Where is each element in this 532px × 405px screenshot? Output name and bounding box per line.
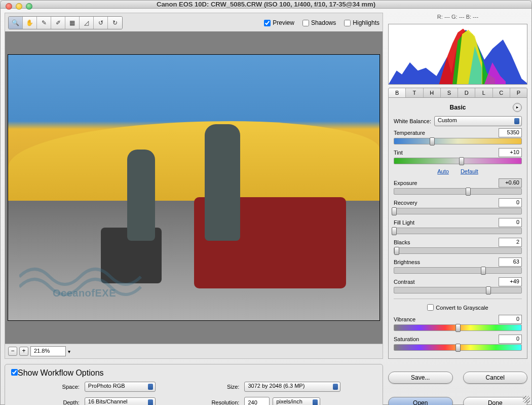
- white-balance-label: White Balance:: [394, 118, 431, 124]
- temperature-value[interactable]: 5350: [499, 128, 522, 137]
- open-button[interactable]: Open: [388, 397, 453, 405]
- filllight-label: Fill Light: [394, 219, 414, 226]
- blacks-slider[interactable]: [394, 247, 522, 254]
- contrast-label: Contrast: [394, 279, 415, 285]
- zoom-window-button[interactable]: [26, 3, 32, 10]
- zoom-in-button[interactable]: +: [19, 347, 28, 356]
- tab-presets[interactable]: P: [510, 88, 527, 97]
- hand-tool[interactable]: ✋: [23, 17, 37, 29]
- auto-link[interactable]: Auto: [437, 168, 449, 174]
- crop-tool[interactable]: ▦: [65, 17, 80, 29]
- zoom-level-field[interactable]: 21.8%: [30, 346, 66, 356]
- contrast-slider[interactable]: [394, 287, 522, 293]
- temperature-slider[interactable]: [394, 138, 522, 144]
- vibrance-value[interactable]: 0: [499, 315, 522, 324]
- done-button[interactable]: Done: [463, 397, 528, 405]
- tab-hsl[interactable]: H: [424, 88, 441, 97]
- panel-menu-button[interactable]: ▸: [513, 103, 522, 112]
- resolution-unit-select[interactable]: pixels/inch: [273, 397, 320, 405]
- tint-value[interactable]: +10: [499, 148, 522, 157]
- show-workflow-checkbox[interactable]: [11, 369, 18, 376]
- zoom-menu-button[interactable]: ▾: [68, 349, 75, 354]
- filllight-value[interactable]: 0: [499, 218, 522, 227]
- window-titlebar: Canon EOS 10D: CRW_5085.CRW (ISO 100, 1/…: [1, 1, 531, 9]
- grayscale-label: Convert to Grayscale: [436, 305, 488, 311]
- zoom-tool[interactable]: 🔍: [9, 17, 23, 29]
- size-select[interactable]: 3072 by 2048 (6.3 MP): [244, 382, 340, 392]
- save-button[interactable]: Save...: [388, 372, 453, 384]
- saturation-value[interactable]: 0: [499, 335, 522, 344]
- image-preview-area[interactable]: OceanofEXE: [5, 31, 383, 344]
- vibrance-slider[interactable]: [394, 324, 522, 331]
- cancel-button[interactable]: Cancel: [463, 372, 528, 384]
- depth-label: Depth:: [11, 399, 80, 405]
- exposure-slider[interactable]: [394, 188, 522, 195]
- exposure-label: Exposure: [394, 180, 417, 186]
- tab-basic[interactable]: B: [389, 88, 406, 97]
- brightness-value[interactable]: 63: [499, 257, 522, 267]
- panel-title: Basic: [449, 104, 466, 111]
- space-label: Space:: [11, 384, 80, 390]
- recovery-value[interactable]: 0: [499, 198, 522, 207]
- tab-lens[interactable]: L: [475, 88, 492, 97]
- tab-split-toning[interactable]: S: [441, 88, 458, 97]
- histogram[interactable]: [388, 24, 527, 85]
- white-balance-tool[interactable]: ✎: [37, 17, 51, 29]
- blacks-value[interactable]: 2: [499, 238, 522, 247]
- workflow-options-group: Show Workflow Options Space: ProPhoto RG…: [5, 364, 383, 405]
- vibrance-label: Vibrance: [394, 316, 415, 322]
- contrast-value[interactable]: +49: [499, 277, 522, 286]
- tint-label: Tint: [394, 150, 403, 156]
- depth-select[interactable]: 16 Bits/Channel: [85, 397, 156, 405]
- straighten-tool[interactable]: ◿: [80, 17, 94, 29]
- resolution-field[interactable]: [244, 397, 270, 405]
- blacks-label: Blacks: [394, 239, 410, 245]
- zoom-out-button[interactable]: −: [8, 347, 17, 356]
- rgb-readout: R: --- G: --- B: ---: [388, 13, 527, 21]
- default-link[interactable]: Default: [461, 168, 478, 174]
- shadows-checkbox[interactable]: Shadows: [302, 19, 336, 26]
- tool-palette: 🔍 ✋ ✎ ✐ ▦ ◿ ↺ ↻: [8, 16, 123, 29]
- brightness-slider[interactable]: [394, 267, 522, 274]
- preview-checkbox[interactable]: Preview: [264, 19, 294, 26]
- tab-tone-curve[interactable]: T: [406, 88, 423, 97]
- tab-calibration[interactable]: C: [493, 88, 510, 97]
- rotate-cw-button[interactable]: ↻: [108, 17, 122, 29]
- brightness-label: Brightness: [394, 259, 420, 265]
- saturation-slider[interactable]: [394, 344, 522, 351]
- adjustment-tabs: B T H S D L C P: [388, 88, 527, 98]
- workflow-legend: Show Workflow Options: [18, 369, 104, 377]
- size-label: Size:: [161, 384, 240, 390]
- close-window-button[interactable]: [6, 3, 12, 10]
- color-sampler-tool[interactable]: ✐: [51, 17, 65, 29]
- space-select[interactable]: ProPhoto RGB: [85, 382, 156, 392]
- temperature-label: Temperature: [394, 130, 425, 136]
- highlights-checkbox[interactable]: Highlights: [344, 19, 379, 26]
- recovery-slider[interactable]: [394, 208, 522, 214]
- tab-detail[interactable]: D: [458, 88, 475, 97]
- filllight-slider[interactable]: [394, 228, 522, 234]
- resize-grip-icon[interactable]: [523, 396, 530, 403]
- tint-slider[interactable]: [394, 158, 522, 164]
- rotate-ccw-button[interactable]: ↺: [94, 17, 108, 29]
- grayscale-checkbox[interactable]: [427, 304, 434, 311]
- recovery-label: Recovery: [394, 200, 417, 206]
- minimize-window-button[interactable]: [16, 3, 22, 10]
- resolution-label: Resolution:: [161, 399, 240, 405]
- exposure-value[interactable]: +0.60: [499, 178, 522, 188]
- watermark-text: OceanofEXE: [53, 287, 116, 299]
- saturation-label: Saturation: [394, 336, 419, 342]
- white-balance-select[interactable]: Custom: [434, 116, 522, 126]
- window-title: Canon EOS 10D: CRW_5085.CRW (ISO 100, 1/…: [157, 1, 375, 8]
